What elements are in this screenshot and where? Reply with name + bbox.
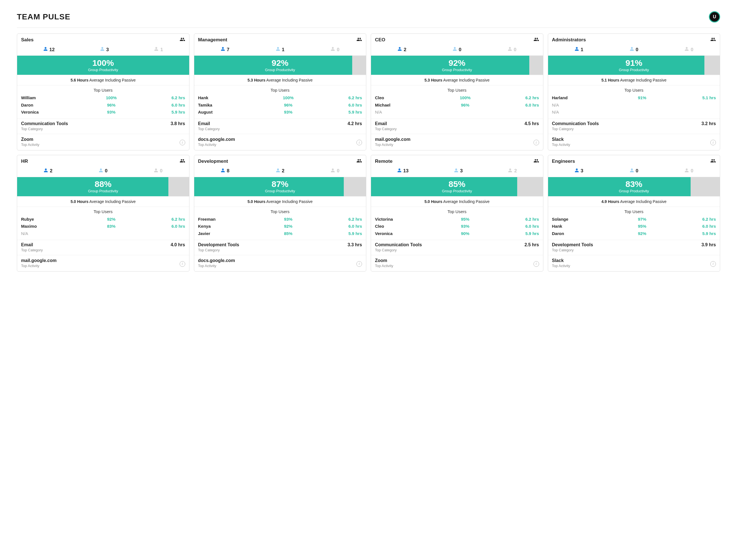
- user-name: Michael: [375, 101, 440, 109]
- user-name: Rubye: [21, 216, 87, 223]
- productivity-label: Group Productivity: [88, 68, 118, 72]
- productivity-label: Group Productivity: [88, 189, 118, 193]
- group-icon[interactable]: [710, 37, 716, 43]
- user-hrs: 6.2 hrs: [136, 216, 185, 223]
- top-category-section: Communication ToolsTop Category2.5 hrs: [371, 240, 543, 255]
- avatar[interactable]: U: [709, 11, 720, 22]
- person-icon: [630, 47, 634, 53]
- status-counts: 300: [548, 167, 720, 177]
- info-icon[interactable]: i: [710, 261, 716, 267]
- team-card[interactable]: Remote133285%Group Productivity5.0 Hours…: [371, 155, 543, 272]
- top-category-hrs: 3.9 hrs: [701, 242, 716, 247]
- user-hrs: 5.9 hrs: [313, 109, 362, 116]
- team-card[interactable]: Sales1231100%Group Productivity5.6 Hours…: [17, 33, 189, 150]
- user-pct: 93%: [87, 109, 136, 116]
- count-offline: 0: [154, 168, 162, 174]
- user-hrs: 6.0 hrs: [667, 223, 716, 230]
- info-icon[interactable]: i: [356, 140, 362, 145]
- group-icon[interactable]: [180, 37, 185, 43]
- card-title: Management: [198, 37, 227, 43]
- productivity-bar: 91%Group Productivity: [548, 56, 720, 75]
- count-active: 13: [397, 168, 409, 174]
- count-idle-value: 0: [459, 47, 461, 53]
- productivity-text: 92%Group Productivity: [194, 56, 366, 75]
- top-users-title: Top Users: [552, 88, 716, 92]
- top-activity-name: docs.google.com: [198, 137, 235, 142]
- user-name: Veronica: [21, 109, 87, 116]
- count-offline: 2: [508, 168, 517, 174]
- user-name: Hank: [198, 94, 264, 101]
- team-card[interactable]: Engineers30083%Group Productivity4.9 Hou…: [548, 155, 720, 272]
- user-hrs: 5.9 hrs: [313, 230, 362, 237]
- top-category-label: Top Category: [552, 248, 593, 252]
- user-row: Tamika96%6.0 hrs: [198, 101, 362, 109]
- person-icon: [508, 47, 512, 53]
- avg-hours-value: 5.6 Hours: [71, 78, 89, 82]
- team-card[interactable]: Management71092%Group Productivity5.3 Ho…: [194, 33, 367, 150]
- top-users-title: Top Users: [552, 209, 716, 214]
- count-active: 2: [397, 47, 406, 53]
- count-offline-value: 1: [160, 47, 163, 53]
- top-users-title: Top Users: [198, 209, 362, 214]
- productivity-pct: 88%: [95, 180, 112, 188]
- person-icon: [397, 168, 402, 174]
- info-icon[interactable]: i: [356, 261, 362, 267]
- group-icon[interactable]: [533, 37, 539, 43]
- count-active-value: 13: [403, 168, 409, 174]
- team-card[interactable]: Development82087%Group Productivity5.0 H…: [194, 155, 367, 272]
- top-activity-name: Zoom: [375, 258, 393, 263]
- top-activity-name: docs.google.com: [198, 258, 235, 263]
- top-category-hrs: 3.2 hrs: [701, 121, 716, 126]
- top-category-name: Development Tools: [552, 242, 593, 247]
- avg-hours-value: 5.3 Hours: [424, 78, 442, 82]
- team-card[interactable]: HR20088%Group Productivity5.0 Hours Aver…: [17, 155, 189, 272]
- user-pct: 96%: [87, 101, 136, 109]
- card-title: Remote: [375, 159, 392, 164]
- avg-hours-suffix: Average Including Passive: [620, 199, 666, 204]
- avg-hours-row: 5.0 Hours Average Including Passive: [371, 196, 543, 207]
- count-idle-value: 1: [282, 47, 284, 53]
- top-category-section: Communication ToolsTop Category3.2 hrs: [548, 119, 720, 134]
- top-activity-label: Top Activity: [21, 264, 56, 268]
- top-category-name: Email: [375, 121, 397, 126]
- user-na: N/A: [552, 109, 618, 116]
- user-row: N/A: [552, 109, 716, 116]
- top-users-title: Top Users: [21, 209, 185, 214]
- team-card[interactable]: Administrators10091%Group Productivity5.…: [548, 33, 720, 150]
- group-icon[interactable]: [710, 158, 716, 165]
- user-pct: 100%: [87, 94, 136, 101]
- top-users-title: Top Users: [198, 88, 362, 92]
- card-head: Development: [194, 155, 366, 167]
- user-row: Harland91%5.1 hrs: [552, 94, 716, 101]
- user-row: Freeman93%6.2 hrs: [198, 216, 362, 223]
- count-active: 12: [43, 47, 55, 53]
- group-icon[interactable]: [356, 158, 362, 165]
- top-category-section: EmailTop Category4.5 hrs: [371, 119, 543, 134]
- info-icon[interactable]: i: [180, 140, 185, 145]
- productivity-text: 91%Group Productivity: [548, 56, 720, 75]
- team-card[interactable]: CEO20092%Group Productivity5.3 Hours Ave…: [371, 33, 543, 150]
- person-icon: [684, 168, 689, 174]
- group-icon[interactable]: [356, 37, 362, 43]
- top-users-section: Top UsersVictorina95%6.2 hrsCleo93%6.0 h…: [371, 207, 543, 240]
- avg-hours-value: 5.0 Hours: [71, 199, 89, 204]
- top-users-title: Top Users: [21, 88, 185, 92]
- info-icon[interactable]: i: [710, 140, 716, 145]
- top-category-section: EmailTop Category4.0 hrs: [17, 240, 189, 255]
- group-icon[interactable]: [533, 158, 539, 165]
- top-activity-label: Top Activity: [552, 143, 570, 147]
- user-row: William100%6.2 hrs: [21, 94, 185, 101]
- group-icon[interactable]: [180, 158, 185, 165]
- user-hrs: 6.0 hrs: [136, 223, 185, 230]
- count-idle-value: 3: [106, 47, 109, 53]
- count-offline-value: 0: [514, 47, 516, 53]
- info-icon[interactable]: i: [180, 261, 185, 267]
- card-title: Development: [198, 159, 228, 164]
- count-offline-value: 0: [337, 47, 339, 53]
- user-name: Solange: [552, 216, 618, 223]
- user-na: N/A: [552, 101, 618, 109]
- info-icon[interactable]: i: [533, 140, 539, 145]
- person-icon: [397, 47, 402, 53]
- info-icon[interactable]: i: [533, 261, 539, 267]
- productivity-text: 87%Group Productivity: [194, 177, 366, 196]
